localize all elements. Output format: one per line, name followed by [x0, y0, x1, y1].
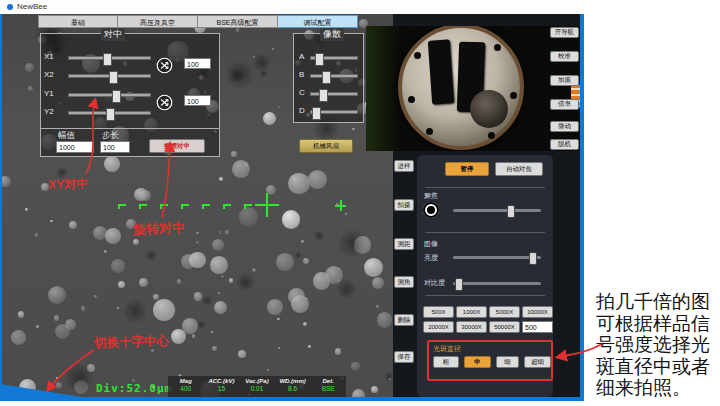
- mechanical-fan-button[interactable]: 机械风扇: [299, 139, 353, 153]
- sem-particle: [54, 315, 60, 321]
- status-value: 400: [168, 385, 204, 392]
- slider-X1[interactable]: [68, 56, 151, 60]
- slider-handle-D[interactable]: [312, 107, 321, 120]
- app-icon: [7, 4, 13, 10]
- slider-Y2[interactable]: [68, 111, 151, 115]
- slider-handle-X1[interactable]: [103, 53, 112, 66]
- title-bar[interactable]: NewBee: [0, 0, 584, 15]
- tab-高压及真空[interactable]: 高压及真空: [118, 15, 198, 28]
- sem-particle: [232, 160, 250, 178]
- brightness-slider[interactable]: [453, 256, 541, 259]
- contrast-slider[interactable]: [453, 282, 541, 285]
- tool-button-删除[interactable]: 删除: [394, 314, 414, 326]
- slider-label-X1: X1: [44, 52, 54, 61]
- sem-particle: [352, 128, 355, 131]
- mag-button-5000X[interactable]: 5000X: [489, 306, 520, 318]
- sem-particle: [104, 250, 106, 252]
- edge-button-开导航[interactable]: 开导航: [550, 27, 579, 38]
- sem-particle: [301, 240, 303, 242]
- sem-particle: [48, 286, 66, 304]
- crosshair-icon: [266, 193, 268, 217]
- mag-button-10000X[interactable]: 10000X: [522, 306, 553, 318]
- sem-particle: [196, 241, 199, 244]
- sem-particle: [308, 170, 327, 189]
- annotation-rotation-centering: 旋转对中: [133, 219, 186, 239]
- swap-xy-icon[interactable]: [156, 57, 173, 74]
- sem-particle: [153, 299, 175, 321]
- sem-particle: [35, 233, 38, 236]
- swap-input-0[interactable]: 100: [184, 58, 211, 69]
- brightness-label: 亮度: [424, 253, 438, 263]
- slider-handle-Y1[interactable]: [112, 90, 121, 103]
- magnification-input[interactable]: 500: [522, 321, 553, 333]
- slider-handle-Y2[interactable]: [106, 108, 115, 121]
- sem-particle: [345, 213, 347, 215]
- status-column-WD.(mm): WD.(mm)8.6: [275, 376, 311, 397]
- edge-button-微动[interactable]: 微动: [550, 121, 579, 132]
- sem-image[interactable]: 对中 X1X2Y1Y2 幅值 1000 步长 100 摇摆对中 100100 像…: [2, 14, 393, 397]
- green-tick-mark: [181, 204, 189, 209]
- contrast-slider-handle[interactable]: [455, 278, 463, 291]
- sem-shadow-blob: [138, 395, 162, 397]
- mag-button-50000X[interactable]: 50000X: [489, 321, 520, 333]
- pause-button[interactable]: 暂停: [445, 162, 489, 176]
- swap-xy-icon[interactable]: [156, 94, 173, 111]
- focus-label: 聚焦: [424, 191, 438, 201]
- sem-particle: [192, 334, 196, 338]
- sem-particle: [218, 292, 220, 294]
- tool-button-进样[interactable]: 进样: [394, 160, 414, 172]
- slider-D[interactable]: [310, 110, 358, 114]
- slider-Y1[interactable]: [68, 93, 151, 97]
- slider-B[interactable]: [310, 74, 358, 78]
- slider-label-D: D: [299, 106, 305, 115]
- edge-button-校准[interactable]: 校准: [550, 51, 579, 62]
- edge-button-脱机[interactable]: 脱机: [550, 139, 579, 150]
- slider-handle-A[interactable]: [315, 53, 324, 66]
- window-title: NewBee: [17, 2, 47, 11]
- slider-X2[interactable]: [68, 74, 151, 78]
- div-scale-readout: Div:52.0μm: [96, 382, 172, 395]
- slider-label-B: B: [299, 70, 304, 79]
- mag-button-30000X[interactable]: 30000X: [456, 321, 487, 333]
- window-border-right: [580, 14, 584, 401]
- wobble-centering-button[interactable]: 摇摆对中: [149, 139, 205, 153]
- sem-particle: [303, 258, 309, 264]
- step-input[interactable]: 100: [100, 141, 130, 153]
- swap-input-1[interactable]: 100: [184, 95, 211, 106]
- tab-调试配置[interactable]: 调试配置: [278, 15, 358, 28]
- tab-基础[interactable]: 基础: [38, 15, 118, 28]
- slider-label-C: C: [299, 88, 305, 97]
- screen: NewBee 对中 X1X2Y1Y2 幅值 1000 步长 100 摇摆对中 1…: [0, 0, 720, 406]
- sem-particle: [276, 253, 294, 271]
- sem-shadow-blob: [252, 53, 271, 72]
- tool-button-拍摄[interactable]: 拍摄: [394, 199, 414, 211]
- edge-button-加振[interactable]: 加振: [550, 75, 579, 86]
- sem-particle: [221, 275, 225, 279]
- autofocus-button[interactable]: 自动对焦: [495, 162, 543, 176]
- focus-slider[interactable]: [453, 209, 541, 212]
- tool-button-测角[interactable]: 测角: [394, 276, 414, 288]
- tab-BSE高级配置[interactable]: BSE高级配置: [198, 15, 278, 28]
- status-column-Mag: Mag400: [168, 376, 204, 397]
- sem-particle: [371, 386, 378, 393]
- sem-particle: [111, 259, 125, 273]
- tool-button-保存[interactable]: 保存: [394, 351, 414, 363]
- edge-button-倍率[interactable]: 倍率: [550, 99, 579, 110]
- mag-button-20000X[interactable]: 20000X: [423, 321, 454, 333]
- sem-particle: [372, 277, 384, 289]
- slider-handle-X2[interactable]: [109, 71, 118, 84]
- slider-handle-B[interactable]: [322, 71, 331, 84]
- focus-slider-handle[interactable]: [507, 205, 515, 218]
- mag-button-500X[interactable]: 500X: [423, 306, 454, 318]
- slider-C[interactable]: [310, 92, 358, 96]
- slider-handle-C[interactable]: [319, 89, 328, 102]
- sem-particle: [171, 329, 186, 344]
- brightness-slider-handle[interactable]: [529, 252, 537, 265]
- sem-particle: [238, 350, 246, 358]
- mag-button-1000X[interactable]: 1000X: [456, 306, 487, 318]
- amplitude-input[interactable]: 1000: [56, 141, 94, 153]
- sem-particle: [56, 382, 62, 388]
- tool-button-测距[interactable]: 测距: [394, 238, 414, 250]
- slider-A[interactable]: [310, 56, 358, 60]
- sem-particle: [25, 63, 34, 72]
